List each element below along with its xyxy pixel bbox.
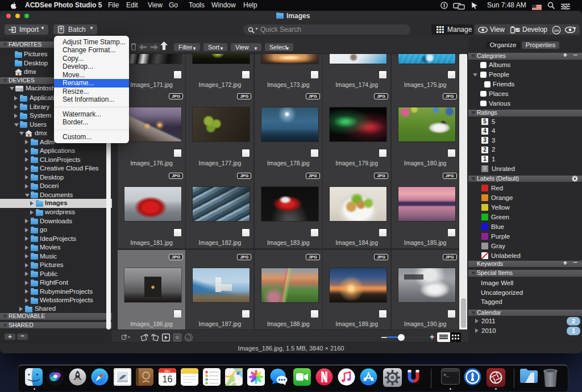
svg-text:>_: >_ xyxy=(443,372,449,377)
svg-text:16: 16 xyxy=(163,374,173,384)
svg-text:DEC: DEC xyxy=(164,369,171,373)
svg-text:365: 365 xyxy=(554,28,559,32)
